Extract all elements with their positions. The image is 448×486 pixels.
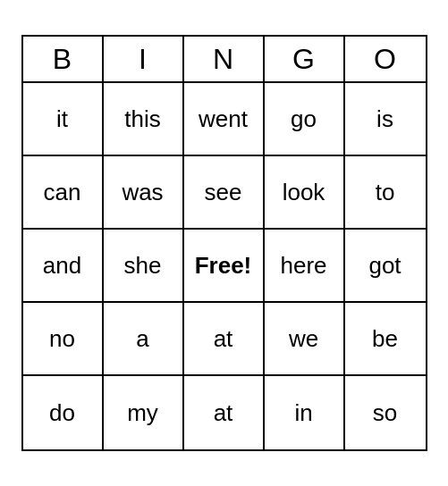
bingo-row: andsheFree!heregot bbox=[23, 230, 426, 303]
bingo-row: itthiswentgois bbox=[23, 83, 426, 156]
header-letter-b: B bbox=[23, 37, 104, 83]
bingo-cell: to bbox=[345, 156, 426, 230]
bingo-cell: at bbox=[184, 303, 265, 376]
bingo-cell: and bbox=[23, 230, 104, 303]
bingo-cell: in bbox=[265, 376, 345, 449]
header-letter-i: I bbox=[104, 37, 184, 83]
bingo-cell: Free! bbox=[184, 230, 265, 303]
bingo-cell: no bbox=[23, 303, 104, 376]
bingo-cell: see bbox=[184, 156, 265, 230]
bingo-cell: so bbox=[345, 376, 426, 449]
bingo-cell: was bbox=[104, 156, 184, 230]
bingo-cell: can bbox=[23, 156, 104, 230]
bingo-cell: got bbox=[345, 230, 426, 303]
bingo-row: canwasseelookto bbox=[23, 156, 426, 230]
bingo-cell: my bbox=[104, 376, 184, 449]
bingo-header: BINGO bbox=[23, 37, 426, 83]
bingo-cell: she bbox=[104, 230, 184, 303]
bingo-cell: went bbox=[184, 83, 265, 156]
header-letter-o: O bbox=[345, 37, 426, 83]
bingo-cell: do bbox=[23, 376, 104, 449]
bingo-cell: a bbox=[104, 303, 184, 376]
bingo-row: noaatwebe bbox=[23, 303, 426, 376]
bingo-cell: at bbox=[184, 376, 265, 449]
bingo-cell: look bbox=[265, 156, 345, 230]
bingo-cell: this bbox=[104, 83, 184, 156]
bingo-cell: is bbox=[345, 83, 426, 156]
bingo-cell: be bbox=[345, 303, 426, 376]
bingo-cell: it bbox=[23, 83, 104, 156]
header-letter-g: G bbox=[265, 37, 345, 83]
bingo-cell: go bbox=[265, 83, 345, 156]
header-letter-n: N bbox=[184, 37, 265, 83]
bingo-cell: we bbox=[265, 303, 345, 376]
bingo-body: itthiswentgoiscanwasseelooktoandsheFree!… bbox=[23, 83, 426, 449]
bingo-row: domyatinso bbox=[23, 376, 426, 449]
bingo-cell: here bbox=[265, 230, 345, 303]
bingo-card: BINGO itthiswentgoiscanwasseelooktoandsh… bbox=[21, 35, 427, 451]
